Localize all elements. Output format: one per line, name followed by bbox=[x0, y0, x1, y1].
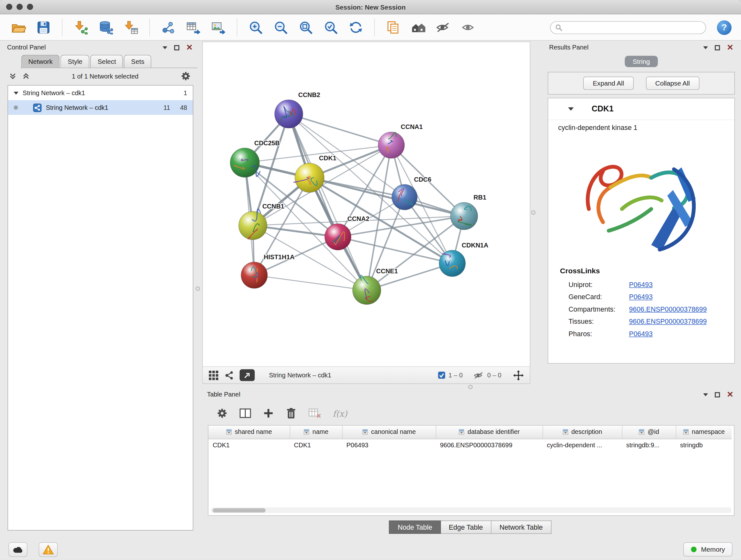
network-edge-HIST1H1A-CCNE1[interactable] bbox=[254, 275, 367, 290]
tab-network[interactable]: Network bbox=[21, 55, 60, 68]
network-edge-CCNA2-CDKN1A[interactable] bbox=[338, 237, 452, 263]
zoom-out-button[interactable] bbox=[270, 17, 292, 38]
pan-tool-button[interactable] bbox=[513, 369, 524, 381]
gear-icon[interactable] bbox=[216, 408, 228, 419]
float-panel-icon[interactable] bbox=[174, 45, 180, 51]
zoom-fit-button[interactable] bbox=[295, 17, 317, 38]
open-session-button[interactable] bbox=[8, 17, 29, 38]
column-header[interactable]: @id bbox=[622, 426, 676, 439]
cell-database-identifier[interactable]: 9606.ENSP00000378699 bbox=[435, 439, 542, 451]
scrollbar-thumb[interactable] bbox=[212, 508, 266, 512]
gear-icon[interactable] bbox=[181, 71, 191, 81]
network-node-CCNB2[interactable]: CCNB2 bbox=[274, 91, 320, 128]
network-edge-CCNB2-CCNA1[interactable] bbox=[289, 114, 391, 145]
column-header[interactable]: description bbox=[542, 426, 622, 439]
function-builder-button[interactable]: f(x) bbox=[333, 408, 347, 418]
show-columns-icon[interactable] bbox=[239, 408, 252, 419]
cell-name[interactable]: CDK1 bbox=[290, 439, 342, 451]
panel-menu-icon[interactable] bbox=[703, 393, 708, 396]
network-node-CDK1[interactable]: CDK1 bbox=[293, 154, 336, 192]
collapse-all-button[interactable]: Collapse All bbox=[646, 77, 699, 90]
column-header[interactable]: database identifier bbox=[435, 426, 542, 439]
network-edge-CDK1-RB1[interactable] bbox=[310, 178, 464, 216]
panel-menu-icon[interactable] bbox=[162, 46, 167, 49]
delete-column-icon[interactable] bbox=[285, 407, 297, 420]
network-node-CDKN1A[interactable]: CDKN1A bbox=[439, 242, 488, 277]
tab-edge-table[interactable]: Edge Table bbox=[441, 520, 491, 534]
expand-all-button[interactable]: Expand All bbox=[583, 77, 633, 90]
column-header[interactable]: namespace bbox=[676, 426, 732, 439]
close-panel-icon[interactable]: ✕ bbox=[727, 390, 733, 398]
tab-node-table[interactable]: Node Table bbox=[389, 520, 441, 534]
horizontal-scrollbar[interactable] bbox=[211, 507, 731, 513]
column-header[interactable]: name bbox=[290, 426, 342, 439]
network-row[interactable]: String Network – cdk1 11 48 bbox=[8, 100, 193, 115]
crosslink-link[interactable]: P06493 bbox=[629, 330, 653, 338]
detach-view-button[interactable] bbox=[240, 369, 255, 381]
panel-menu-icon[interactable] bbox=[703, 46, 708, 49]
column-header[interactable]: canonical name bbox=[342, 426, 435, 439]
cell-id[interactable]: stringdb:9... bbox=[622, 439, 676, 451]
tab-select[interactable]: Select bbox=[91, 55, 123, 68]
delete-table-icon[interactable] bbox=[308, 408, 321, 419]
cell-description[interactable]: cyclin-dependent ... bbox=[542, 439, 622, 451]
float-panel-icon[interactable] bbox=[715, 45, 720, 51]
new-network-from-selection-button[interactable] bbox=[157, 17, 179, 38]
show-graphics-details-button[interactable] bbox=[458, 17, 479, 38]
add-column-icon[interactable] bbox=[263, 408, 274, 419]
cell-namespace[interactable]: stringdb bbox=[676, 439, 732, 451]
first-neighbors-button[interactable] bbox=[408, 17, 429, 38]
import-network-from-file-button[interactable] bbox=[70, 17, 91, 38]
network-overview-button[interactable] bbox=[224, 370, 234, 380]
close-panel-icon[interactable]: ✕ bbox=[186, 44, 193, 51]
help-button[interactable]: ? bbox=[717, 20, 732, 35]
network-node-CCNA1[interactable]: CCNA1 bbox=[378, 123, 423, 159]
window-zoom-button[interactable] bbox=[27, 4, 33, 10]
expand-all-icon[interactable] bbox=[22, 72, 30, 80]
search-input[interactable] bbox=[566, 24, 701, 31]
section-disclosure-icon[interactable] bbox=[568, 107, 574, 111]
cell-shared-name[interactable]: CDK1 bbox=[208, 439, 290, 451]
save-session-button[interactable] bbox=[32, 17, 54, 38]
splitter-handle[interactable] bbox=[196, 287, 200, 291]
window-minimize-button[interactable] bbox=[17, 4, 23, 10]
network-collection-row[interactable]: String Network – cdk1 1 bbox=[8, 85, 193, 100]
hide-selected-button[interactable] bbox=[432, 17, 454, 38]
import-network-from-database-button[interactable] bbox=[95, 17, 117, 38]
collapse-all-icon[interactable] bbox=[9, 72, 17, 80]
zoom-in-button[interactable] bbox=[245, 17, 266, 38]
warnings-button[interactable] bbox=[39, 542, 57, 557]
float-panel-icon[interactable] bbox=[715, 392, 720, 397]
copy-document-button[interactable] bbox=[382, 17, 404, 38]
grid-view-button[interactable] bbox=[208, 370, 219, 381]
network-node-RB1[interactable]: RB1 bbox=[450, 194, 486, 230]
memory-status-button[interactable]: Memory bbox=[684, 543, 732, 557]
crosslink-link[interactable]: P06493 bbox=[629, 293, 653, 301]
crosslink-link[interactable]: 9606.ENSP00000378699 bbox=[629, 306, 707, 313]
tab-style[interactable]: Style bbox=[61, 55, 90, 68]
network-canvas-area[interactable]: CCNB2CCNA1CDC25BCDK1CDC6RB1CCNB1CCNA2CDK… bbox=[203, 42, 530, 367]
import-table-from-file-button[interactable] bbox=[120, 17, 142, 38]
tab-network-table[interactable]: Network Table bbox=[491, 520, 551, 534]
tab-sets[interactable]: Sets bbox=[124, 55, 151, 68]
network-node-CDC6[interactable]: CDC6 bbox=[392, 176, 431, 210]
table-row[interactable]: CDK1 CDK1 P06493 9606.ENSP00000378699 cy… bbox=[208, 439, 731, 451]
network-node-CDC25B[interactable]: CDC25B bbox=[230, 139, 280, 178]
cell-canonical-name[interactable]: P06493 bbox=[342, 439, 435, 451]
splitter-handle[interactable] bbox=[531, 210, 536, 214]
network-canvas[interactable]: CCNB2CCNA1CDC25BCDK1CDC6RB1CCNB1CCNA2CDK… bbox=[203, 42, 530, 367]
crosslink-link[interactable]: 9606.ENSP00000378699 bbox=[629, 318, 707, 325]
protein-section-header[interactable]: CDK1 bbox=[548, 98, 734, 120]
export-image-button[interactable] bbox=[207, 17, 229, 38]
export-table-button[interactable] bbox=[183, 17, 204, 38]
zoom-selected-button[interactable] bbox=[320, 17, 342, 38]
collection-disclosure-icon[interactable] bbox=[14, 91, 18, 95]
cloud-status-button[interactable] bbox=[9, 542, 27, 557]
crosslink-link[interactable]: P06493 bbox=[629, 281, 653, 289]
apply-preferred-layout-button[interactable] bbox=[345, 17, 367, 38]
close-panel-icon[interactable]: ✕ bbox=[727, 44, 733, 51]
network-edge-CCNB2-CCNE1[interactable] bbox=[289, 114, 367, 290]
network-node-HIST1H1A[interactable]: HIST1H1A bbox=[241, 253, 294, 289]
window-close-button[interactable] bbox=[6, 4, 12, 10]
results-tab-string[interactable]: String bbox=[624, 56, 658, 67]
